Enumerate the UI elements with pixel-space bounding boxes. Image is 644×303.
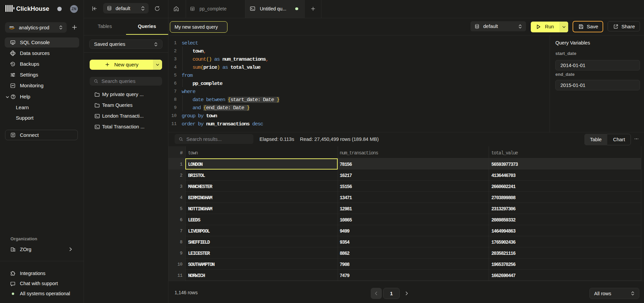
svg-text:aws: aws bbox=[9, 26, 14, 28]
